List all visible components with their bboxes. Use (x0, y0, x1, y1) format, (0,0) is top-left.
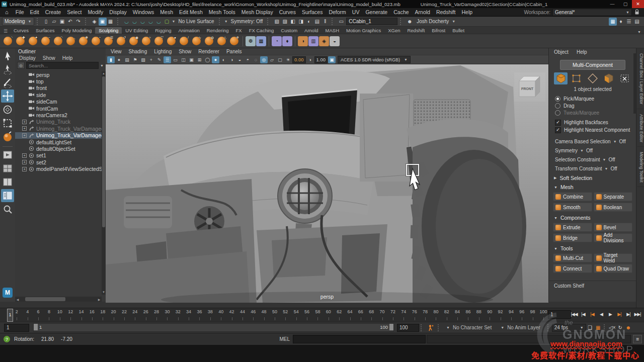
snap-view-plane-icon[interactable]: ◡ (155, 18, 163, 26)
shelf-smear-brush[interactable]: ∿ (190, 35, 202, 47)
shelf-relax-brush[interactable]: ◠ (52, 35, 64, 47)
shelf-tab-arnold[interactable]: Arnold (301, 27, 321, 34)
outliner-item-modelpanel4viewselectedset[interactable]: +modelPanel4ViewSelectedSet (15, 165, 102, 172)
shelf-uv-editor-icon[interactable]: ◔ (272, 36, 282, 46)
anti-alias-icon[interactable]: ◎ (260, 56, 268, 63)
menu-uv[interactable]: UV (349, 9, 363, 15)
viewport-canvas[interactable]: FRONT persp (106, 64, 548, 303)
camera-attributes-icon[interactable]: ▤ (123, 56, 131, 63)
menu-mesh-display[interactable]: Mesh Display (238, 9, 276, 15)
single-pane-layout[interactable] (1, 148, 14, 161)
fps-dropdown[interactable]: 24 fps ▼ (552, 324, 586, 332)
move-tool[interactable] (1, 89, 14, 103)
shelf-tab-rendering[interactable]: Rendering (203, 27, 232, 34)
shelf-sculpt-grid-icon[interactable]: ▦ (256, 36, 266, 46)
wireframe-icon[interactable]: ◯ (204, 56, 211, 63)
target-weld-button[interactable]: Target Weld (594, 253, 633, 262)
undo-icon[interactable]: ↶ (66, 18, 74, 26)
shelf-scrape-brush[interactable]: ▽ (152, 35, 165, 47)
expand-icon[interactable]: + (22, 153, 27, 158)
auto-key-feedback-icon[interactable]: ❑ (586, 324, 594, 332)
outliner-item-frontcam[interactable]: frontCam (15, 105, 102, 112)
toolkit-menu-object[interactable]: Object (554, 49, 569, 56)
face-mode-icon[interactable] (602, 72, 615, 84)
menu-create[interactable]: Create (42, 9, 64, 15)
outliner-item-rearcamera2[interactable]: rearCamera2 (15, 112, 102, 118)
menu-surfaces[interactable]: Surfaces (299, 9, 326, 15)
divider[interactable] (332, 18, 335, 25)
shadows-icon[interactable]: ◒ (236, 56, 244, 63)
view-cube[interactable]: FRONT (514, 72, 545, 102)
paint-select-tool[interactable] (1, 76, 14, 89)
section-mesh[interactable]: ▼Mesh (549, 182, 636, 191)
shelf-mirror-sculpt-icon[interactable]: ◈ (319, 36, 329, 46)
menu-help[interactable]: Help (458, 9, 475, 15)
play-backwards-button[interactable]: ◀ (597, 309, 606, 319)
open-scene-icon[interactable]: ▱ (50, 18, 58, 26)
extrude-button[interactable]: Extrude (553, 223, 592, 232)
custom-shelf-section[interactable]: Custom Shelf (549, 281, 636, 291)
gamma-icon[interactable]: ◑ (306, 56, 314, 63)
outliner-item-unimog-truck[interactable]: +Unimog_Truck (15, 119, 102, 125)
divider[interactable] (117, 18, 120, 25)
expand-icon[interactable]: + (22, 167, 27, 171)
maximize-button[interactable]: ▢ (619, 0, 632, 8)
step-back-frame-button[interactable]: |◀ (588, 309, 597, 319)
set-character-key-icon[interactable] (427, 324, 434, 331)
shelf-tab-uv-editing[interactable]: UV Editing (122, 27, 151, 34)
soft-selection-section[interactable]: ▶ Soft Selection (549, 173, 636, 182)
maya-logo-icon[interactable]: M (3, 288, 13, 298)
shelf-repeat-brush[interactable]: ↺ (115, 35, 127, 47)
shelf-tab-curves[interactable]: Curves (10, 27, 32, 34)
play-forwards-button[interactable]: ▶ (606, 309, 615, 319)
viewcube-front-label[interactable]: FRONT (521, 87, 534, 90)
outliner-item-set2[interactable]: +set2 (15, 159, 102, 165)
shelf-tab-bullet[interactable]: Bullet (449, 27, 468, 34)
chevron-down-icon[interactable]: ▼ (172, 20, 176, 23)
expand-icon[interactable]: + (22, 133, 27, 138)
time-slider[interactable]: 1 24681012141618202224262830323436384042… (0, 308, 644, 322)
edge-mode-icon[interactable] (586, 72, 600, 84)
boolean-button[interactable]: Boolean (594, 203, 633, 212)
help-icon[interactable]: ? (4, 336, 10, 342)
gate-mask-icon[interactable]: ▣ (188, 56, 195, 63)
scroll-left-icon[interactable]: ◀ (15, 298, 20, 301)
shelf-paint-freeze-icon[interactable]: ❆ (246, 36, 256, 46)
shelf-grab-brush[interactable]: ✦ (27, 35, 39, 47)
menu-mesh-tools[interactable]: Mesh Tools (206, 9, 238, 15)
anim-layer-dropdown[interactable]: ▼ No Anim Layer (501, 325, 540, 330)
mel-command-input[interactable] (293, 335, 426, 343)
menu-generate[interactable]: Generate (362, 9, 390, 15)
shelf-lift-brush[interactable]: ◝ (2, 35, 14, 47)
menu-set-selector[interactable]: Modeling ▼ (2, 17, 34, 26)
colorspace-dropdown[interactable]: ACES 1.0 SDR-video (sRGB) ▼ (338, 56, 411, 63)
outliner-item-defaultobjectset[interactable]: defaultObjectSet (15, 145, 102, 152)
menu-edit[interactable]: Edit (27, 9, 42, 15)
outliner-item-set1[interactable]: +set1 (15, 152, 102, 159)
shelf-tab-poly-modeling[interactable]: Poly Modeling (58, 27, 96, 34)
time-slider-track[interactable]: 1 24681012141618202224262830323436384042… (4, 309, 546, 321)
select-hierarchy-icon[interactable]: ◈ (91, 18, 99, 26)
connect-button[interactable]: Connect (553, 264, 592, 273)
cached-playback-icon[interactable]: ↻ (616, 324, 624, 332)
expand-icon[interactable]: + (22, 120, 27, 124)
quad-draw-button[interactable]: Quad Draw (594, 264, 633, 273)
bevel-button[interactable]: Bevel (594, 223, 633, 232)
dropdown-transform-constraint[interactable]: Transform Constraint▼Off (549, 164, 636, 173)
select-object-icon[interactable]: ▣ (99, 18, 107, 26)
bookmark-icon[interactable]: ⚑ (131, 56, 139, 63)
menu-display[interactable]: Display (106, 9, 129, 15)
save-scene-icon[interactable]: ▣ (58, 18, 66, 26)
color-managed-icon[interactable]: ▣ (328, 56, 336, 63)
go-to-end-button[interactable]: ▶▶| (633, 309, 642, 319)
grease-pencil-icon[interactable]: ✎ (155, 56, 163, 63)
shelf-tab-xgen[interactable]: XGen (384, 27, 404, 34)
smooth-shade-icon[interactable]: ● (212, 56, 219, 63)
two-pane-layout[interactable] (1, 175, 14, 189)
shelf-copy-skin-icon[interactable]: ▥ (308, 36, 318, 46)
shelf-bulge-brush[interactable]: ◍ (203, 35, 215, 47)
last-tool-sculpt[interactable] (1, 130, 14, 143)
shelf-imprint-brush[interactable]: ◉ (127, 35, 139, 47)
snap-projected-center-icon[interactable]: ◡ (147, 18, 155, 26)
separate-button[interactable]: Separate (594, 192, 633, 201)
